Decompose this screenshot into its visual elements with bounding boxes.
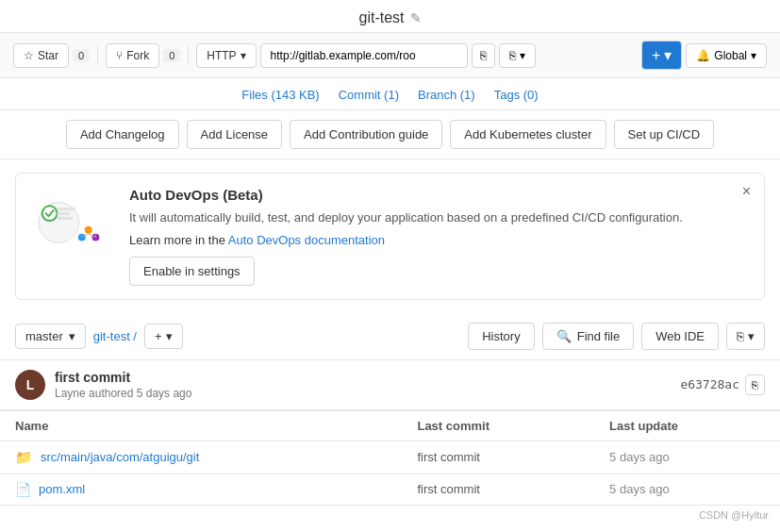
file-name-cell: 📁 src/main/java/com/atguigu/git bbox=[0, 441, 402, 474]
add-arrow: ▾ bbox=[166, 329, 173, 343]
table-header-row: Name Last commit Last update bbox=[0, 410, 780, 441]
clone-dropdown-button[interactable]: ⎘ ▾ bbox=[499, 43, 536, 68]
web-ide-button[interactable]: Web IDE bbox=[641, 323, 719, 350]
commit-details: first commit Layne authored 5 days ago bbox=[55, 370, 671, 400]
watermark: CSDN @Hyltur bbox=[0, 506, 780, 523]
col-last-update: Last update bbox=[594, 410, 780, 441]
star-count: 0 bbox=[73, 49, 90, 62]
branch-stat: Branch (1) bbox=[418, 88, 475, 102]
files-link[interactable]: Files (143 KB) bbox=[241, 88, 319, 102]
add-kubernetes-button[interactable]: Add Kubernetes cluster bbox=[450, 120, 606, 149]
clone-option-arrow: ▾ bbox=[748, 329, 755, 343]
page-title-bar: git-test ✎ bbox=[0, 0, 780, 32]
table-row: 📄 pom.xml first commit 5 days ago bbox=[0, 474, 780, 505]
file-name-cell: 📄 pom.xml bbox=[0, 474, 402, 505]
repo-path-link[interactable]: git-test / bbox=[93, 329, 137, 343]
commit-hash-area: e63728ac ⎘ bbox=[680, 374, 765, 395]
learn-more-prefix: Learn more in the bbox=[129, 233, 228, 247]
breadcrumb-path: git-test / bbox=[93, 329, 137, 343]
http-dropdown[interactable]: HTTP ▾ bbox=[196, 43, 256, 68]
copy-hash-button[interactable]: ⎘ bbox=[745, 374, 765, 395]
svg-point-1 bbox=[42, 206, 58, 221]
col-last-commit: Last commit bbox=[402, 410, 594, 441]
col-name: Name bbox=[0, 410, 402, 441]
branch-link[interactable]: Branch (1) bbox=[418, 88, 475, 102]
star-button[interactable]: ☆ Star bbox=[13, 43, 69, 68]
file-last-update: 5 days ago bbox=[594, 441, 780, 474]
tags-link[interactable]: Tags (0) bbox=[494, 88, 539, 102]
clone-options-button[interactable]: ⎘ ▾ bbox=[726, 323, 765, 350]
find-file-label: Find file bbox=[577, 329, 621, 343]
devops-title: Auto DevOps (Beta) bbox=[129, 187, 749, 203]
setup-cicd-button[interactable]: Set up CI/CD bbox=[614, 120, 715, 149]
tags-stat: Tags (0) bbox=[494, 88, 539, 102]
top-toolbar: ☆ Star 0 ⑂ Fork 0 HTTP ▾ ⎘ ⎘ ▾ + ▾ 🔔 Glo… bbox=[0, 32, 780, 78]
fork-label: Fork bbox=[126, 49, 149, 62]
enable-devops-button[interactable]: Enable in settings bbox=[129, 257, 255, 286]
action-buttons-bar: Add Changelog Add License Add Contributi… bbox=[0, 110, 780, 159]
file-last-commit: first commit bbox=[402, 441, 594, 474]
folder-icon: 📁 bbox=[15, 449, 33, 466]
add-contribution-guide-button[interactable]: Add Contribution guide bbox=[290, 120, 442, 149]
commit-hash: e63728ac bbox=[680, 377, 739, 391]
http-arrow: ▾ bbox=[241, 49, 246, 62]
svg-rect-3 bbox=[57, 212, 70, 215]
commit-link[interactable]: Commit (1) bbox=[339, 88, 399, 102]
search-icon: 🔍 bbox=[556, 329, 572, 343]
plus-arrow: ▾ bbox=[664, 46, 672, 64]
file-name-text: pom.xml bbox=[39, 482, 85, 496]
clone-arrow: ▾ bbox=[520, 49, 525, 62]
svg-rect-4 bbox=[57, 217, 73, 220]
commit-message: first commit bbox=[55, 370, 671, 385]
copy-url-button[interactable]: ⎘ bbox=[472, 43, 495, 68]
devops-content: Auto DevOps (Beta) It will automatically… bbox=[129, 187, 749, 286]
sep2 bbox=[188, 46, 189, 65]
devops-description: It will automatically build, test, and d… bbox=[129, 208, 749, 227]
url-area: HTTP ▾ ⎘ bbox=[196, 43, 494, 68]
avatar: L bbox=[15, 370, 45, 400]
devops-close-button[interactable]: × bbox=[742, 183, 751, 200]
fork-button[interactable]: ⑂ Fork bbox=[106, 43, 159, 68]
notification-button[interactable]: 🔔 Global ▾ bbox=[686, 43, 767, 68]
global-arrow: ▾ bbox=[751, 49, 756, 62]
page-title: git-test bbox=[358, 9, 404, 26]
history-button[interactable]: History bbox=[468, 323, 534, 350]
branch-dropdown-arrow: ▾ bbox=[69, 329, 75, 343]
global-label: Global bbox=[714, 49, 747, 62]
file-last-update: 5 days ago bbox=[594, 474, 780, 505]
table-row: 📁 src/main/java/com/atguigu/git first co… bbox=[0, 441, 780, 474]
file-last-commit: first commit bbox=[402, 474, 594, 505]
add-plus-icon: + bbox=[155, 329, 162, 343]
http-label: HTTP bbox=[207, 49, 236, 62]
plus-icon: + bbox=[652, 47, 660, 64]
add-license-button[interactable]: Add License bbox=[187, 120, 283, 149]
file-name-link[interactable]: 📁 src/main/java/com/atguigu/git bbox=[15, 449, 387, 466]
bell-icon: 🔔 bbox=[696, 49, 710, 62]
devops-illustration bbox=[31, 187, 114, 253]
add-file-button[interactable]: + ▾ bbox=[144, 324, 183, 349]
fork-count: 0 bbox=[163, 49, 180, 62]
stats-bar: Files (143 KB) Commit (1) Branch (1) Tag… bbox=[0, 78, 780, 110]
repo-url-input[interactable] bbox=[260, 43, 468, 68]
find-file-button[interactable]: 🔍 Find file bbox=[542, 323, 635, 350]
copy-icon: ⎘ bbox=[480, 49, 487, 62]
commit-time: authored 5 days ago bbox=[89, 387, 191, 400]
clone-option-icon: ⎘ bbox=[737, 329, 744, 343]
devops-learn-more: Learn more in the Auto DevOps documentat… bbox=[129, 233, 749, 247]
edit-icon[interactable]: ✎ bbox=[410, 10, 422, 25]
devops-doc-link[interactable]: Auto DevOps documentation bbox=[228, 233, 385, 247]
branch-dropdown[interactable]: master ▾ bbox=[15, 324, 86, 349]
commit-author: Layne authored 5 days ago bbox=[55, 387, 671, 400]
clone-icon: ⎘ bbox=[509, 49, 516, 62]
files-stat: Files (143 KB) bbox=[241, 88, 319, 102]
copy-hash-icon: ⎘ bbox=[752, 379, 758, 391]
branch-toolbar: master ▾ git-test / + ▾ History 🔍 Find f… bbox=[0, 313, 780, 360]
file-icon: 📄 bbox=[15, 482, 31, 497]
svg-rect-2 bbox=[57, 208, 75, 210]
add-changelog-button[interactable]: Add Changelog bbox=[66, 120, 179, 149]
commit-stat: Commit (1) bbox=[339, 88, 399, 102]
svg-point-5 bbox=[85, 226, 92, 234]
author-name: Layne bbox=[55, 387, 86, 400]
add-button[interactable]: + ▾ bbox=[641, 41, 682, 70]
file-name-link[interactable]: 📄 pom.xml bbox=[15, 482, 387, 497]
